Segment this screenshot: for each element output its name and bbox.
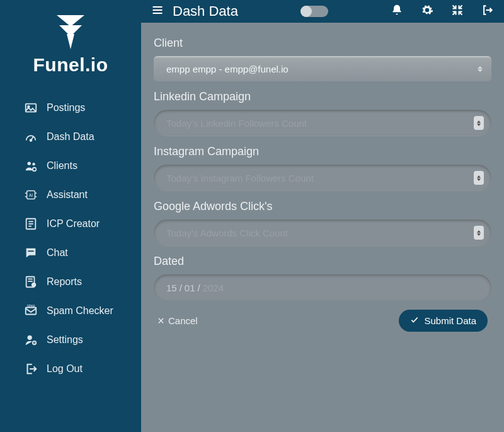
gauge-icon <box>24 130 38 144</box>
cancel-label: Cancel <box>168 315 198 326</box>
sidebar-item-assistant[interactable]: AI Assistant <box>0 180 141 209</box>
brand: Funel.io <box>0 11 141 76</box>
close-icon <box>158 315 164 326</box>
linkedin-label: Linkedin Campaign <box>154 90 491 103</box>
sidebar-item-icp-creator[interactable]: ICP Creator <box>0 209 141 238</box>
bell-icon[interactable] <box>391 4 403 19</box>
sidebar-item-label: ICP Creator <box>47 218 100 230</box>
date-month: 01 <box>185 283 195 293</box>
sidebar-item-label: Spam Checker <box>47 305 113 317</box>
topbar: Dash Data <box>141 0 504 23</box>
collapse-icon[interactable] <box>451 4 464 19</box>
svg-point-29 <box>34 342 35 344</box>
submit-button[interactable]: Submit Data <box>399 310 488 332</box>
instagram-label: Instagram Campaign <box>154 145 491 158</box>
sidebar-item-spam-checker[interactable]: SPAM Spam Checker <box>0 296 141 325</box>
page-title: Dash Data <box>173 3 238 20</box>
svg-marker-2 <box>67 34 74 49</box>
logout-icon <box>24 362 38 376</box>
svg-point-8 <box>32 163 35 165</box>
form-actions: Cancel Submit Data <box>154 310 491 332</box>
svg-rect-25 <box>26 308 37 315</box>
date-input[interactable]: 15 / 01 / 2024 <box>154 274 491 301</box>
sidebar-item-settings[interactable]: Settings <box>0 325 141 354</box>
sidebar: Funel.io Postings Dash Data Clients AI A… <box>0 0 141 432</box>
date-sep: / <box>198 283 200 293</box>
field-dated: Dated 15 / 01 / 2024 <box>154 255 491 301</box>
check-icon <box>410 315 419 326</box>
client-select-value: empp empp - empp@funel.io <box>166 64 289 74</box>
theme-toggle[interactable] <box>301 6 328 17</box>
stepper-icon[interactable] <box>474 226 484 240</box>
topbar-icons <box>391 4 494 19</box>
sidebar-item-clients[interactable]: Clients <box>0 151 141 180</box>
stepper-icon[interactable] <box>474 116 484 130</box>
sidebar-item-label: Chat <box>47 247 68 259</box>
spam-icon: SPAM <box>24 304 38 318</box>
sidebar-item-reports[interactable]: Reports <box>0 267 141 296</box>
sidebar-item-logout[interactable]: Log Out <box>0 354 141 383</box>
field-client: Client empp empp - empp@funel.io <box>154 37 491 81</box>
sidebar-item-label: Postings <box>47 102 85 114</box>
adwords-label: Google Adwords Click's <box>154 200 491 213</box>
hamburger-icon[interactable] <box>151 4 164 19</box>
content-pane: Dash Data Client empp empp - empp@funel.… <box>141 0 504 432</box>
adwords-placeholder: Today's Adwords Click Count <box>166 228 288 238</box>
field-instagram: Instagram Campaign Today's Instagram Fol… <box>154 145 491 191</box>
svg-point-24 <box>32 283 36 287</box>
sidebar-nav: Postings Dash Data Clients AI Assistant … <box>0 93 141 383</box>
image-icon <box>24 101 38 115</box>
stepper-icon[interactable] <box>474 171 484 185</box>
users-icon <box>24 159 38 173</box>
client-label: Client <box>154 37 491 50</box>
report-icon <box>24 275 38 289</box>
svg-text:SPAM: SPAM <box>27 305 35 308</box>
signout-icon[interactable] <box>481 4 494 19</box>
adwords-input[interactable]: Today's Adwords Click Count <box>154 219 491 246</box>
client-select[interactable]: empp empp - empp@funel.io <box>154 56 491 81</box>
linkedin-input[interactable]: Today's Linkedin Followers Count <box>154 110 491 136</box>
submit-label: Submit Data <box>424 315 476 326</box>
sidebar-item-label: Clients <box>47 160 77 172</box>
cancel-button[interactable]: Cancel <box>158 315 198 326</box>
sidebar-item-label: Dash Data <box>47 131 94 143</box>
document-list-icon <box>24 217 38 231</box>
instagram-input[interactable]: Today's Instagram Followers Count <box>154 165 491 191</box>
form-panel: Client empp empp - empp@funel.io Linkedi… <box>141 23 504 432</box>
svg-point-27 <box>28 336 32 340</box>
date-sep: / <box>180 283 182 293</box>
sidebar-item-chat[interactable]: Chat <box>0 238 141 267</box>
date-year: 2024 <box>203 283 224 293</box>
gear-icon[interactable] <box>421 4 433 19</box>
select-chevron-icon <box>478 66 483 72</box>
date-day: 15 <box>166 283 177 293</box>
user-settings-icon <box>24 333 38 347</box>
sidebar-item-label: Assistant <box>47 189 88 201</box>
svg-marker-0 <box>57 15 84 26</box>
sidebar-item-postings[interactable]: Postings <box>0 93 141 122</box>
svg-point-7 <box>28 162 32 166</box>
ai-chip-icon: AI <box>24 188 38 202</box>
dated-label: Dated <box>154 255 491 268</box>
brand-name: Funel.io <box>33 54 108 76</box>
linkedin-placeholder: Today's Linkedin Followers Count <box>166 118 307 129</box>
sidebar-item-label: Log Out <box>47 363 83 375</box>
svg-rect-20 <box>28 250 33 252</box>
brand-logo-icon <box>50 11 91 52</box>
field-adwords: Google Adwords Click's Today's Adwords C… <box>154 200 491 246</box>
instagram-placeholder: Today's Instagram Followers Count <box>166 173 314 184</box>
svg-text:AI: AI <box>29 193 33 197</box>
field-linkedin: Linkedin Campaign Today's Linkedin Follo… <box>154 90 491 136</box>
sidebar-item-dash-data[interactable]: Dash Data <box>0 122 141 151</box>
chat-icon <box>24 246 38 260</box>
sidebar-item-label: Reports <box>47 276 82 288</box>
sidebar-item-label: Settings <box>47 334 83 346</box>
